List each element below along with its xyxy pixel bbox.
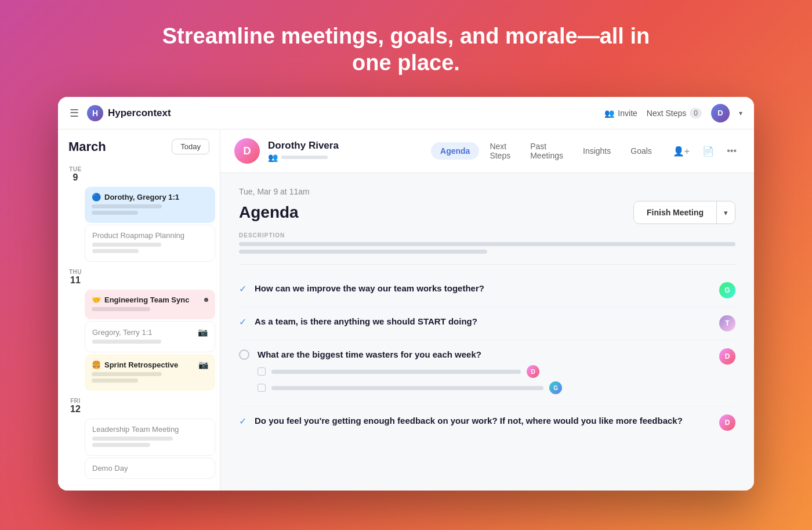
add-person-button[interactable]: 👤+ bbox=[669, 142, 693, 160]
meeting-skeleton bbox=[92, 204, 208, 215]
sub-skeleton bbox=[281, 156, 328, 159]
meeting-title: 🔵 Dorothy, Gregory 1:1 bbox=[92, 193, 208, 201]
day-name-tue: TUE bbox=[69, 166, 82, 172]
meeting-header: D Dorothy Rivera 👥 Agenda Next Steps Pas… bbox=[220, 129, 754, 173]
meeting-dot bbox=[204, 298, 208, 302]
meeting-emoji: 🍔 bbox=[92, 360, 101, 369]
content-area: Tue, Mar 9 at 11am Agenda Finish Meeting… bbox=[220, 173, 754, 491]
tab-past-meetings[interactable]: Past Meetings bbox=[521, 138, 572, 164]
more-options-button[interactable]: ••• bbox=[723, 142, 740, 160]
agenda-question-1[interactable]: How can we improve the way our team work… bbox=[255, 282, 711, 294]
meeting-skeleton bbox=[92, 372, 208, 383]
check-icon-2: ✓ bbox=[239, 316, 246, 327]
item-avatar-2: T bbox=[719, 315, 735, 331]
brand-name: Hypercontext bbox=[108, 107, 171, 119]
today-button[interactable]: Today bbox=[172, 139, 209, 154]
meeting-person-name: Dorothy Rivera bbox=[268, 140, 423, 152]
user-avatar-nav[interactable]: D bbox=[711, 104, 730, 122]
meeting-avatar: D bbox=[234, 138, 260, 164]
hero-title: Streamline meetings, goals, and morale—a… bbox=[145, 23, 667, 76]
main-content: March Today TUE 9 🔵 Dorothy, bbox=[58, 129, 754, 491]
finish-meeting-btn-group: Finish Meeting ▾ bbox=[633, 201, 735, 224]
tab-goals[interactable]: Goals bbox=[621, 142, 661, 160]
sub-skeleton-2 bbox=[271, 386, 543, 390]
chevron-down-icon[interactable]: ▾ bbox=[739, 109, 742, 117]
meeting-card-gregory-terry[interactable]: Gregory, Terry 1:1 📷 bbox=[85, 321, 215, 352]
sub-item-2: G bbox=[258, 381, 711, 394]
sub-avatar-1: D bbox=[527, 365, 539, 378]
document-button[interactable]: 📄 bbox=[699, 142, 717, 160]
day-number-thu: 11 bbox=[70, 275, 81, 286]
meeting-emoji: 🤝 bbox=[92, 295, 101, 304]
agenda-title: Agenda bbox=[239, 203, 299, 222]
meeting-card-sprint-retro[interactable]: 🍔 Sprint Retrospective 📷 bbox=[85, 354, 215, 391]
next-steps-nav[interactable]: Next Steps 0 bbox=[647, 108, 702, 118]
meeting-title: Leadership Team Meeting bbox=[92, 425, 208, 434]
checkbox-2[interactable] bbox=[258, 384, 266, 392]
meeting-title: Gregory, Terry 1:1 📷 bbox=[92, 327, 208, 337]
desc-skeleton-1 bbox=[239, 242, 735, 246]
next-steps-badge: 0 bbox=[690, 108, 702, 118]
day-info-fri: FRI 12 bbox=[67, 398, 84, 414]
tab-actions: 👤+ 📄 ••• bbox=[669, 142, 740, 160]
agenda-question-4[interactable]: Do you feel you're getting enough feedba… bbox=[255, 414, 711, 427]
day-header-fri: FRI 12 bbox=[63, 393, 215, 417]
item-avatar-3: D bbox=[719, 348, 735, 365]
meeting-skeleton bbox=[92, 307, 208, 311]
meeting-skeleton bbox=[92, 243, 208, 253]
meeting-title: Product Roapmap Planning bbox=[92, 231, 208, 240]
check-icon-1: ✓ bbox=[239, 283, 246, 294]
sub-avatar-2: G bbox=[549, 381, 562, 394]
day-group-thu: THU 11 🤝 Engineering Team Sync bbox=[63, 264, 215, 391]
day-info-tue: TUE 9 bbox=[67, 166, 84, 183]
meeting-title: 🍔 Sprint Retrospective 📷 bbox=[92, 360, 208, 369]
tab-insights[interactable]: Insights bbox=[574, 142, 620, 160]
sidebar-header: March Today bbox=[58, 129, 220, 161]
desc-skeleton-2 bbox=[239, 250, 487, 254]
meeting-card-demo-day[interactable]: Demo Day bbox=[85, 457, 215, 479]
tab-next-steps[interactable]: Next Steps bbox=[480, 138, 520, 164]
sub-skeleton-1 bbox=[271, 370, 521, 374]
day-number-fri: 12 bbox=[70, 404, 81, 414]
sub-item-1: D bbox=[258, 365, 711, 378]
day-group-fri: FRI 12 Leadership Team Meeting bbox=[63, 393, 215, 479]
hamburger-icon[interactable]: ☰ bbox=[70, 107, 79, 120]
meeting-emoji: 🔵 bbox=[92, 193, 101, 201]
app-window: ☰ H Hypercontext 👥 Invite Next Steps 0 D… bbox=[58, 97, 754, 491]
logo-icon: H bbox=[87, 105, 103, 121]
invite-button[interactable]: 👥 Invite bbox=[604, 109, 637, 118]
agenda-item-1: ✓ How can we improve the way our team wo… bbox=[239, 274, 735, 307]
meeting-title: Demo Day bbox=[92, 464, 208, 473]
agenda-item-text-4: Do you feel you're getting enough feedba… bbox=[255, 414, 711, 427]
meeting-card-dorothy-gregory[interactable]: 🔵 Dorothy, Gregory 1:1 bbox=[85, 187, 215, 223]
section-divider bbox=[239, 264, 735, 265]
item-avatar-4: D bbox=[719, 414, 735, 431]
finish-meeting-button[interactable]: Finish Meeting bbox=[634, 202, 716, 223]
day-name-thu: THU bbox=[69, 269, 82, 275]
check-icon-4: ✓ bbox=[239, 416, 246, 427]
agenda-item-3: What are the biggest time wasters for yo… bbox=[239, 340, 735, 406]
agenda-sub-items: D G bbox=[258, 365, 711, 394]
item-avatar-1: G bbox=[719, 282, 735, 298]
meeting-date-label: Tue, Mar 9 at 11am bbox=[239, 187, 735, 196]
description-section: DESCRIPTION bbox=[239, 232, 735, 254]
agenda-item-4: ✓ Do you feel you're getting enough feed… bbox=[239, 406, 735, 439]
agenda-question-2[interactable]: As a team, is there anything we should S… bbox=[255, 315, 711, 327]
description-label: DESCRIPTION bbox=[239, 232, 735, 239]
day-info-thu: THU 11 bbox=[67, 269, 84, 286]
meeting-person-sub: 👥 bbox=[268, 153, 423, 162]
people-plus-icon: 👥 bbox=[604, 109, 614, 118]
main-panel: D Dorothy Rivera 👥 Agenda Next Steps Pas… bbox=[220, 129, 754, 491]
meeting-title: 🤝 Engineering Team Sync bbox=[92, 295, 208, 304]
meeting-card-leadership[interactable]: Leadership Team Meeting bbox=[85, 419, 215, 456]
meeting-info: Dorothy Rivera 👥 bbox=[268, 140, 423, 162]
agenda-question-3[interactable]: What are the biggest time wasters for yo… bbox=[258, 348, 711, 360]
meeting-card-product-roadmap[interactable]: Product Roapmap Planning bbox=[85, 225, 215, 262]
meeting-card-engineering-sync[interactable]: 🤝 Engineering Team Sync bbox=[85, 290, 215, 319]
checkbox-1[interactable] bbox=[258, 367, 266, 376]
tab-agenda[interactable]: Agenda bbox=[431, 142, 479, 160]
video-icon: 📷 bbox=[198, 327, 208, 337]
finish-meeting-dropdown-button[interactable]: ▾ bbox=[717, 203, 735, 223]
tab-bar: Agenda Next Steps Past Meetings Insights… bbox=[431, 138, 661, 164]
meeting-skeleton bbox=[92, 340, 208, 344]
